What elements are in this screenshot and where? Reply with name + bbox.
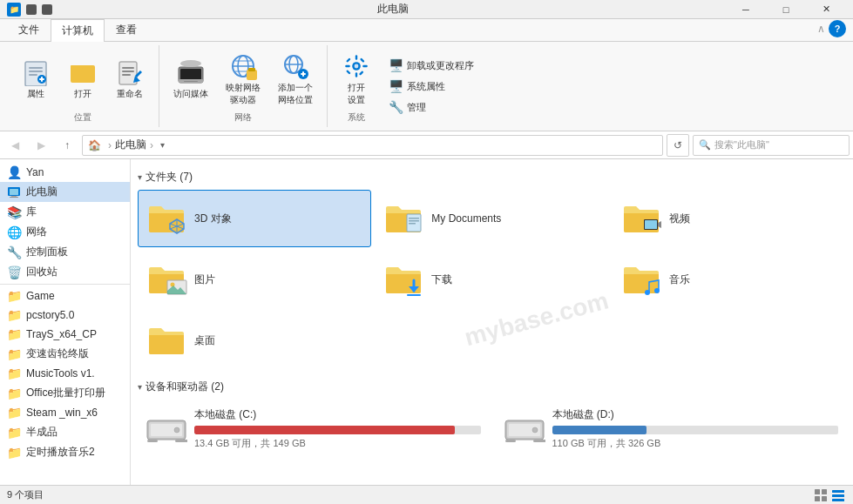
manage-icon: 🔧 bbox=[389, 100, 403, 114]
folder-mydocs-label: My Documents bbox=[431, 212, 501, 225]
svg-point-70 bbox=[532, 427, 538, 433]
folder-pictures-label: 图片 bbox=[194, 272, 215, 287]
open-button[interactable]: 打开 bbox=[61, 55, 105, 104]
add-location-button[interactable]: 添加一个网络位置 bbox=[271, 49, 320, 110]
sidebar-item-game[interactable]: 📁 Game bbox=[0, 286, 130, 306]
folder-music[interactable]: 音乐 bbox=[613, 251, 846, 308]
sidebar-item-recycle[interactable]: 🗑️ 回收站 bbox=[0, 262, 130, 282]
uninstall-button[interactable]: 🖥️ 卸载或更改程序 bbox=[385, 57, 477, 74]
properties-button[interactable]: 属性 bbox=[14, 55, 58, 104]
app-icon: 📁 bbox=[7, 3, 21, 17]
svg-rect-11 bbox=[122, 71, 134, 72]
folders-grid: 3D 对象 bbox=[138, 190, 846, 369]
maximize-button[interactable]: □ bbox=[766, 0, 806, 19]
open-settings-button[interactable]: 打开设置 bbox=[335, 49, 378, 110]
folder-downloads[interactable]: 下载 bbox=[375, 251, 608, 308]
map-drive-button[interactable]: 映射网络驱动器 bbox=[219, 49, 267, 110]
ribbon-collapse[interactable]: ∧ bbox=[817, 23, 825, 35]
search-placeholder: 搜索"此电脑" bbox=[714, 138, 769, 151]
sidebar-divider1 bbox=[0, 284, 130, 285]
sidebar-item-library[interactable]: 📚 库 bbox=[0, 202, 130, 222]
svg-rect-65 bbox=[175, 440, 187, 442]
open-settings-label: 打开设置 bbox=[348, 82, 365, 106]
drive-d-info: 本地磁盘 (D:) 110 GB 可用，共 326 GB bbox=[552, 407, 839, 450]
sidebar-item-office[interactable]: 📁 Office批量打印册 bbox=[0, 383, 130, 403]
sidebar-item-trays[interactable]: 📁 TrayS_x64_CP bbox=[0, 325, 130, 344]
drive-d-space: 110 GB 可用，共 326 GB bbox=[552, 437, 839, 450]
sys-props-button[interactable]: 🖥️ 系统属性 bbox=[385, 77, 477, 95]
folder-desktop[interactable]: 桌面 bbox=[138, 312, 371, 369]
folders-section-header[interactable]: ▾ 文件夹 (7) bbox=[138, 166, 846, 190]
sidebar-label-steam: Steam _win_x6 bbox=[26, 407, 98, 419]
minimize-button[interactable]: ─ bbox=[726, 0, 766, 19]
svg-point-64 bbox=[174, 427, 179, 433]
tab-view[interactable]: 查看 bbox=[105, 18, 148, 41]
folder-videos[interactable]: 视频 bbox=[613, 190, 846, 247]
open-icon bbox=[69, 58, 97, 86]
path-item-thispc[interactable]: 此电脑 bbox=[115, 138, 146, 152]
system-small-buttons: 🖥️ 卸载或更改程序 🖥️ 系统属性 🔧 管理 bbox=[378, 49, 484, 124]
sidebar-label-musictools: MusicTools v1. bbox=[26, 367, 95, 380]
help-button[interactable]: ? bbox=[829, 20, 846, 37]
content-area: mybase.com ▾ 文件夹 (7) bbox=[131, 159, 853, 485]
search-box[interactable]: 🔍 搜索"此电脑" bbox=[693, 135, 850, 156]
sidebar-label-zbts: 变速齿轮终版 bbox=[26, 346, 89, 361]
address-bar: ◀ ▶ ↑ 🏠 › 此电脑 › ▾ ↺ 🔍 搜索"此电脑" bbox=[0, 131, 853, 159]
folder-3d[interactable]: 3D 对象 bbox=[138, 190, 371, 247]
properties-label: 属性 bbox=[27, 88, 44, 100]
office-icon: 📁 bbox=[7, 386, 21, 400]
uninstall-label: 卸载或更改程序 bbox=[407, 59, 474, 72]
address-dropdown[interactable]: ▾ bbox=[157, 140, 168, 150]
drive-d[interactable]: 本地磁盘 (D:) 110 GB 可用，共 326 GB bbox=[496, 400, 847, 458]
svg-point-60 bbox=[654, 288, 660, 293]
main-area: 👤 Yan 此电脑 📚 库 🌐 网络 🔧 控制面板 bbox=[0, 159, 853, 485]
title-controls[interactable]: ─ □ ✕ bbox=[726, 0, 846, 19]
svg-rect-30 bbox=[301, 73, 306, 75]
tab-computer[interactable]: 计算机 bbox=[51, 19, 105, 42]
view-buttons bbox=[813, 487, 846, 503]
sidebar-item-steam[interactable]: 📁 Steam _win_x6 bbox=[0, 403, 130, 422]
manage-button[interactable]: 🔧 管理 bbox=[385, 98, 477, 116]
map-drive-icon bbox=[229, 52, 257, 80]
sidebar-item-controlpanel[interactable]: 🔧 控制面板 bbox=[0, 242, 130, 262]
ribbon: 文件 计算机 查看 ∧ ? bbox=[0, 19, 853, 131]
sidebar-item-network[interactable]: 🌐 网络 bbox=[0, 222, 130, 242]
sidebar-label-recycle: 回收站 bbox=[26, 265, 58, 279]
up-button[interactable]: ↑ bbox=[56, 134, 78, 157]
svg-rect-66 bbox=[147, 440, 158, 442]
svg-rect-74 bbox=[822, 489, 827, 494]
drive-c-name: 本地磁盘 (C:) bbox=[194, 407, 481, 422]
folder-mydocs[interactable]: My Documents bbox=[375, 190, 608, 247]
drive-c[interactable]: 本地磁盘 (C:) 13.4 GB 可用，共 149 GB bbox=[138, 400, 489, 458]
access-media-button[interactable]: 访问媒体 bbox=[166, 55, 215, 104]
drives-section-header[interactable]: ▾ 设备和驱动器 (2) bbox=[138, 376, 846, 400]
refresh-button[interactable]: ↺ bbox=[667, 134, 689, 157]
svg-rect-12 bbox=[122, 74, 131, 76]
sidebar-item-banc[interactable]: 📁 半成品 bbox=[0, 422, 130, 442]
location-group-label: 位置 bbox=[74, 110, 91, 124]
sidebar-item-pcstory[interactable]: 📁 pcstory5.0 bbox=[0, 306, 130, 325]
close-button[interactable]: ✕ bbox=[806, 0, 846, 19]
sidebar-item-musictools[interactable]: 📁 MusicTools v1. bbox=[0, 364, 130, 383]
folder-pictures-icon bbox=[146, 259, 187, 300]
access-media-label: 访问媒体 bbox=[173, 88, 208, 100]
map-drive-label: 映射网络驱动器 bbox=[226, 82, 261, 106]
svg-rect-3 bbox=[29, 74, 37, 76]
list-view-button[interactable] bbox=[830, 487, 846, 503]
tab-file[interactable]: 文件 bbox=[7, 18, 51, 41]
sidebar-item-zbts[interactable]: 📁 变速齿轮终版 bbox=[0, 344, 130, 364]
folders-section-label: 文件夹 (7) bbox=[146, 170, 193, 185]
address-path[interactable]: 🏠 › 此电脑 › ▾ bbox=[82, 135, 663, 156]
rename-button[interactable]: 重命名 bbox=[108, 55, 152, 104]
add-location-icon bbox=[281, 52, 309, 80]
properties-icon bbox=[22, 58, 50, 86]
sidebar-item-timer[interactable]: 📁 定时播放音乐2 bbox=[0, 442, 130, 462]
sidebar-label-thispc: 此电脑 bbox=[26, 185, 58, 199]
grid-view-button[interactable] bbox=[813, 487, 829, 503]
svg-rect-77 bbox=[832, 490, 844, 493]
ribbon-group-location: 属性 打开 bbox=[7, 45, 159, 127]
folder-pictures[interactable]: 图片 bbox=[138, 251, 371, 308]
sidebar-item-thispc[interactable]: 此电脑 bbox=[0, 182, 130, 202]
svg-rect-35 bbox=[345, 65, 350, 67]
sidebar-item-yan[interactable]: 👤 Yan bbox=[0, 163, 130, 182]
